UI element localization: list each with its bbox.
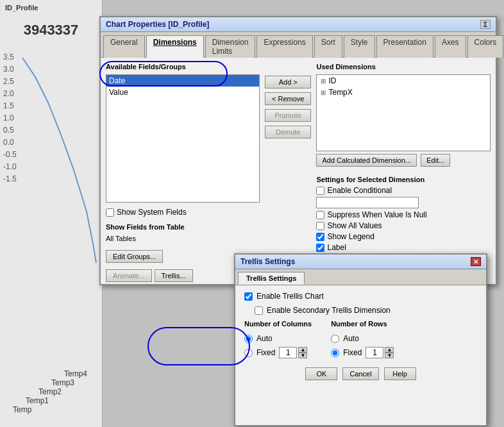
- used-dimensions-label: Used Dimensions: [316, 63, 491, 71]
- tab-expressions[interactable]: Expressions: [256, 35, 312, 58]
- field-date[interactable]: Date: [106, 75, 259, 87]
- show-all-values-checkbox[interactable]: [316, 222, 324, 230]
- tab-presentation[interactable]: Presentation: [376, 35, 433, 58]
- rows-up-button[interactable]: ▲: [385, 347, 394, 353]
- chart-properties-dialog: Chart Properties [ID_Profile] Σ General …: [99, 16, 497, 285]
- used-item-id-label: ID: [328, 76, 336, 85]
- columns-auto-radio[interactable]: [244, 335, 253, 343]
- rows-fixed-radio[interactable]: [331, 349, 339, 357]
- show-legend-checkbox[interactable]: [316, 233, 324, 241]
- suppress-null-label: Suppress When Value Is Null: [327, 210, 426, 219]
- ok-button[interactable]: OK: [305, 367, 337, 380]
- available-fields-label: Available Fields/Groups: [106, 63, 260, 71]
- expand-icon-tempx: ⊞: [321, 89, 326, 96]
- rows-fixed-label: Fixed: [343, 348, 362, 357]
- cancel-button[interactable]: Cancel: [342, 367, 378, 380]
- enable-trellis-row: Enable Trellis Chart: [244, 292, 477, 301]
- add-calc-button[interactable]: Add Calculated Dimension...: [316, 154, 417, 167]
- rows-title: Number of Rows: [331, 320, 394, 328]
- show-fields-from-label: Show Fields from Table: [106, 223, 260, 231]
- trellis-tab-bar: Trellis Settings: [235, 269, 486, 285]
- sigma-button[interactable]: Σ: [480, 20, 491, 29]
- trellis-content: Enable Trellis Chart Enable Secondary Tr…: [235, 285, 486, 387]
- tab-colors[interactable]: Colors: [467, 35, 504, 58]
- enable-trellis-checkbox[interactable]: [244, 292, 253, 301]
- remove-button[interactable]: < Remove: [265, 92, 311, 105]
- columns-fixed-radio[interactable]: [244, 349, 253, 357]
- rows-auto-row: Auto: [331, 334, 394, 343]
- show-all-values-row: Show All Values: [316, 221, 491, 230]
- enable-trellis-label: Enable Trellis Chart: [256, 292, 324, 301]
- columns-auto-row: Auto: [244, 334, 312, 343]
- available-fields-list[interactable]: Date Value: [106, 74, 260, 203]
- trellis-close-button[interactable]: ✕: [471, 257, 481, 266]
- chart-x-labels: Temp4 Temp3 Temp2 Temp1 Temp: [3, 369, 87, 414]
- used-item-id[interactable]: ⊞ ID: [317, 75, 490, 87]
- chart-axis-labels: 3.5 3.0 2.5 2.0 1.5 1.0 0.5 0.0 -0.5 -1.…: [3, 51, 17, 185]
- rows-auto-label: Auto: [343, 334, 359, 343]
- enable-conditional-label: Enable Conditional: [327, 186, 392, 195]
- columns-fixed-label: Fixed: [256, 348, 275, 357]
- label-row: Label: [316, 243, 491, 252]
- dialog-title-bar: Chart Properties [ID_Profile] Σ: [101, 17, 496, 32]
- promote-button[interactable]: Promote: [265, 109, 311, 122]
- columns-spinner-buttons: ▲ ▼: [298, 347, 307, 358]
- columns-up-button[interactable]: ▲: [298, 347, 307, 353]
- suppress-null-checkbox[interactable]: [316, 211, 324, 219]
- used-item-tempx[interactable]: ⊞ TempX: [317, 87, 490, 98]
- edit-groups-button[interactable]: Edit Groups...: [106, 250, 163, 263]
- used-dimensions-list[interactable]: ⊞ ID ⊞ TempX: [316, 74, 491, 151]
- tab-sort[interactable]: Sort: [314, 35, 342, 58]
- chart-line: [16, 51, 99, 269]
- tab-dimension-limits[interactable]: Dimension Limits: [205, 35, 256, 58]
- show-legend-row: Show Legend: [316, 232, 491, 241]
- tab-axes[interactable]: Axes: [435, 35, 466, 58]
- right-buttons: Add Calculated Dimension... Edit...: [316, 154, 491, 167]
- enable-conditional-row: Enable Conditional: [316, 186, 491, 195]
- edit-button[interactable]: Edit...: [421, 154, 450, 167]
- settings-title: Settings for Selected Dimension: [316, 176, 491, 183]
- rows-spinner: 1 ▲ ▼: [365, 347, 394, 358]
- title-controls: Σ: [480, 20, 491, 29]
- label-checkbox[interactable]: [316, 244, 324, 252]
- chart-value: 3943337: [0, 22, 102, 38]
- trellis-settings-tab[interactable]: Trellis Settings: [238, 272, 305, 285]
- columns-title: Number of Columns: [244, 320, 312, 328]
- columns-auto-label: Auto: [256, 334, 273, 343]
- add-button[interactable]: Add >: [265, 76, 311, 88]
- right-panel: Used Dimensions ⊞ ID ⊞ TempX Add Calcula…: [316, 63, 491, 282]
- enable-secondary-row: Enable Secondary Trellis Dimension: [255, 306, 477, 315]
- rows-value-input[interactable]: 1: [365, 347, 383, 358]
- suppress-null-row: Suppress When Value Is Null: [316, 210, 491, 219]
- all-tables-value: All Tables: [106, 235, 260, 242]
- help-button[interactable]: Help: [384, 367, 416, 380]
- show-system-fields-checkbox[interactable]: [106, 208, 114, 217]
- enable-conditional-checkbox[interactable]: [316, 187, 324, 195]
- rows-auto-radio[interactable]: [331, 335, 339, 343]
- animate-button[interactable]: Animate...: [106, 269, 152, 282]
- enable-secondary-label: Enable Secondary Trellis Dimension: [267, 306, 391, 315]
- rows-section: Number of Rows Auto Fixed 1 ▲ ▼: [331, 320, 394, 358]
- show-system-fields-row: Show System Fields: [106, 208, 260, 217]
- tab-bar: General Dimensions Dimension Limits Expr…: [101, 32, 496, 58]
- trellis-footer: OK Cancel Help: [244, 367, 477, 380]
- conditional-input[interactable]: [316, 197, 419, 208]
- tab-dimensions[interactable]: Dimensions: [146, 35, 204, 58]
- columns-value-input[interactable]: 1: [279, 347, 297, 358]
- show-system-fields-label: Show System Fields: [117, 208, 187, 217]
- columns-down-button[interactable]: ▼: [298, 353, 307, 358]
- expand-icon-id: ⊞: [321, 78, 326, 85]
- enable-secondary-checkbox[interactable]: [255, 306, 263, 315]
- trellis-button[interactable]: Trellis...: [155, 269, 193, 282]
- rows-fixed-row: Fixed 1 ▲ ▼: [331, 347, 394, 358]
- tab-style[interactable]: Style: [344, 35, 375, 58]
- field-value[interactable]: Value: [106, 87, 259, 98]
- rows-spinner-buttons: ▲ ▼: [385, 347, 394, 358]
- show-all-values-label: Show All Values: [327, 221, 382, 230]
- columns-fixed-row: Fixed 1 ▲ ▼: [244, 347, 312, 358]
- middle-panel: Add > < Remove Promote Demote: [265, 63, 311, 282]
- demote-button[interactable]: Demote: [265, 126, 311, 138]
- rows-down-button[interactable]: ▼: [385, 353, 394, 358]
- tab-general[interactable]: General: [103, 35, 145, 58]
- chart-title: ID_Profile: [0, 0, 102, 15]
